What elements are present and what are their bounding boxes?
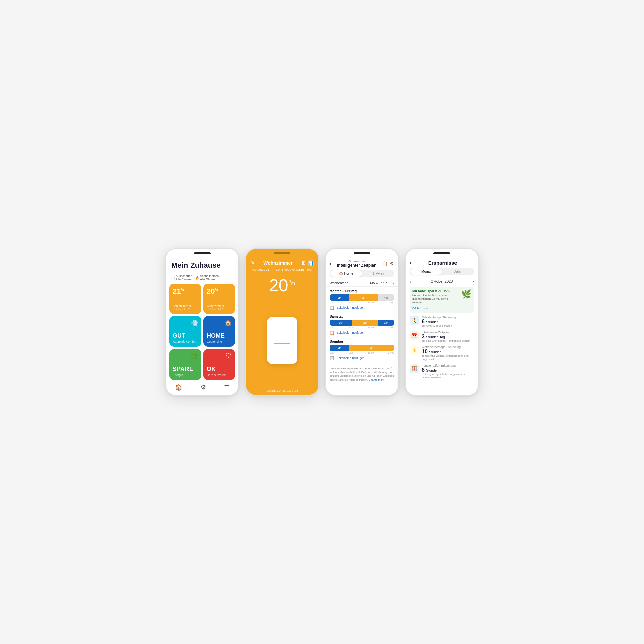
add-block-so[interactable]: 📋 Zeitblock hinzufügen (330, 355, 394, 361)
chart-icon[interactable]: 📊 (308, 260, 314, 266)
phone2-header-icons: 🗓 📊 (301, 260, 314, 266)
tile-label-schlaf: Schlafzimmer (173, 304, 198, 308)
tile-label-spare: Energie (173, 373, 198, 377)
tab-home[interactable]: 🏠 Home (330, 270, 362, 277)
phone3-footer: Diese Einstellungen werden genutzt wenn … (326, 364, 398, 384)
phone3-footer-link[interactable]: Erfahre mehr (369, 378, 384, 381)
schedule-icon: 📅 (410, 331, 419, 340)
action-heat-label: Schnellheizen (200, 274, 219, 278)
temp-schlaf: 21°0 (173, 287, 198, 296)
tile-home[interactable]: 🏠 HOME Geofencing (203, 316, 235, 347)
temp-wohn: 20°0 (207, 287, 232, 296)
tile-big-home: HOME (207, 332, 232, 339)
day-mo-fr: Montag – Freitag 15° 20° Aus 0:008:0016:… (326, 288, 398, 312)
phone3-header-icons: 📋 ⚙ (382, 261, 394, 266)
tab-year[interactable]: Jahr (442, 268, 473, 275)
savings-desc-zeitplan: auf eine Energiespar-Temperatur gestellt (422, 339, 470, 343)
phone2-temp-display: 20°m (246, 273, 318, 294)
window-icon: 🪟 (410, 364, 419, 373)
savings-hours-zeitplan: 3 Stunden/Tag (422, 334, 470, 339)
savings-text-weather: Wettervorhersage-Steuerung 10 Stunden Te… (422, 345, 474, 361)
day-mo-fr-title: Montag – Freitag (330, 289, 394, 293)
phone2-close-icon[interactable]: ✕ (251, 260, 255, 266)
time-bar-sa: 15° 20° 15° (330, 320, 394, 326)
time-labels-mo: 0:008:0016:0024:00 (330, 301, 394, 304)
phones-container: Mein Zuhause ⏻ Ausschalten Alle Räume 🔥 … (152, 235, 492, 409)
banner-text: Mit tado° sparst du 15% Nutzer mit Auto-… (412, 289, 459, 310)
savings-label-window: Fenster-Offen-Erkennung (422, 364, 474, 367)
seg-sa-15a: 15° (330, 320, 352, 326)
savings-item-location: 🚶 Ortsabhängige Steuerung 6 Stunden auf … (410, 316, 474, 328)
phone2-stats: AKTUELL 21 LUFTFEUCHTIGKEIT 56% (246, 266, 318, 273)
tile-ok-care[interactable]: 🛡 OK Care & Protect (203, 349, 235, 380)
day-sa: Samstag 15° 20° 15° 0:008:0016:0024:00 📋… (326, 313, 398, 337)
period-tabs: Monat Jahr (410, 268, 474, 275)
seg-mo-aus: Aus (378, 294, 394, 301)
add-block-mo[interactable]: 📋 Zeitblock hinzufügen (330, 305, 394, 311)
action-heat-sub: Alle Räume (200, 278, 219, 281)
tile-spare[interactable]: 🌿 SPARE Energie (169, 349, 201, 380)
tile-label-ok: Care & Protect (207, 373, 232, 377)
tile-label-gut: Raumluft-Komfort (173, 340, 198, 343)
savings-label-zeitplan: Intelligenter Zeitplan (422, 331, 470, 334)
savings-hours-window: 8 Stunden (422, 367, 474, 373)
settings-nav-icon[interactable]: ⚙ (201, 384, 206, 391)
add-block-sa[interactable]: 📋 Zeitblock hinzufügen (330, 330, 394, 336)
quick-action-off[interactable]: ⏻ Ausschalten Alle Räume (171, 274, 192, 281)
day-so: Sonntag 15° 20° 0:008:0016:0024:00 📋 Zei… (326, 338, 398, 362)
tile-gut[interactable]: 💨 GUT Raumluft-Komfort (169, 316, 201, 347)
gear-icon[interactable]: ⚙ (390, 261, 394, 266)
phone4-header: ‹ Ersparnisse (406, 255, 478, 268)
phone-savings: ‹ Ersparnisse Monat Jahr ‹ Oktober 2023 … (405, 248, 479, 396)
phone1-notch (166, 249, 238, 255)
savings-item-zeitplan: 📅 Intelligenter Zeitplan 3 Stunden/Tag a… (410, 331, 474, 343)
phone3-schedule-title: Intelligenter Zeitplan (334, 263, 379, 268)
leaf-icon: 🌿 (173, 352, 198, 360)
phone3-notch (326, 249, 398, 255)
phone2-screen: ✕ Wohnzimmer 🗓 📊 AKTUELL 21 LUFTFEUCHTIG… (246, 255, 318, 395)
day-so-title: Sonntag (330, 340, 394, 343)
home-nav-icon[interactable]: 🏠 (175, 384, 182, 391)
power-icon: ⏻ (171, 276, 175, 280)
tab-month[interactable]: Monat (410, 268, 442, 275)
tile-label-home: Geofencing (207, 340, 232, 343)
tab-away[interactable]: 🚶 Away (362, 270, 393, 277)
phone2-room-title: Wohnzimmer (255, 260, 301, 266)
wochentage-row: Wochentage Mo – Fr, Sa, ... › (326, 280, 398, 287)
thermostat-line (274, 343, 290, 344)
home-away-tabs: 🏠 Home 🚶 Away (330, 270, 394, 277)
phone4-screen: ‹ Ersparnisse Monat Jahr ‹ Oktober 2023 … (406, 255, 478, 395)
seg-so-15: 15° (330, 345, 349, 351)
action-off-label: Ausschalten (176, 274, 192, 278)
menu-nav-icon[interactable]: ☰ (224, 384, 229, 391)
quick-action-heat[interactable]: 🔥 Schnellheizen Alle Räume (195, 274, 219, 281)
calendar-icon[interactable]: 🗓 (301, 260, 306, 266)
location-icon: 🚶 (410, 316, 419, 325)
house-icon: 🏠 (207, 319, 232, 327)
add-mo-icon: 📋 (330, 305, 335, 310)
tile-schlafzimmer[interactable]: 21°0 Schlafzimmer Heizt auf 21,0° (169, 284, 201, 314)
back-button[interactable]: ‹ (330, 261, 331, 267)
copy-icon[interactable]: 📋 (382, 261, 388, 266)
savings-text-zeitplan: Intelligenter Zeitplan 3 Stunden/Tag auf… (422, 331, 470, 343)
month-next-arrow[interactable]: › (472, 279, 474, 284)
phone3-screen: ‹ Wohnzimmer Intelligenter Zeitplan 📋 ⚙ … (326, 255, 398, 395)
phone-zeitplan: ‹ Wohnzimmer Intelligenter Zeitplan 📋 ⚙ … (325, 248, 399, 396)
month-prev-arrow[interactable]: ‹ (410, 279, 411, 284)
time-labels-so: 0:008:0016:0024:00 (330, 352, 394, 354)
phone3-room: Wohnzimmer (334, 260, 379, 263)
savings-desc-weather: Temperatur wegen Sonneneinstrahlung ange… (422, 354, 474, 361)
savings-item-window: 🪟 Fenster-Offen-Erkennung 8 Stunden Heiz… (410, 364, 474, 380)
banner-link[interactable]: Erfahre mehr (412, 307, 428, 310)
phone3-title-block: Wohnzimmer Intelligenter Zeitplan (334, 260, 379, 268)
time-labels-sa: 0:008:0016:0024:00 (330, 326, 394, 329)
phone2-notch (246, 249, 318, 255)
tile-wohnzimmer[interactable]: 20°0 Wohnzimmer Heizt auf 20,0° (203, 284, 235, 314)
seg-sa-20: 20° (352, 320, 378, 326)
quick-actions: ⏻ Ausschalten Alle Räume 🔥 Schnellheizen… (166, 272, 238, 284)
savings-title: Ersparnisse (411, 260, 474, 266)
sun-icon: ☀ (410, 345, 419, 355)
plant-icon: 🌿 (461, 289, 471, 299)
banner-sub: Nutzer mit Auto-Assist sparen durchschni… (412, 294, 459, 304)
wind-icon: 💨 (173, 319, 198, 327)
